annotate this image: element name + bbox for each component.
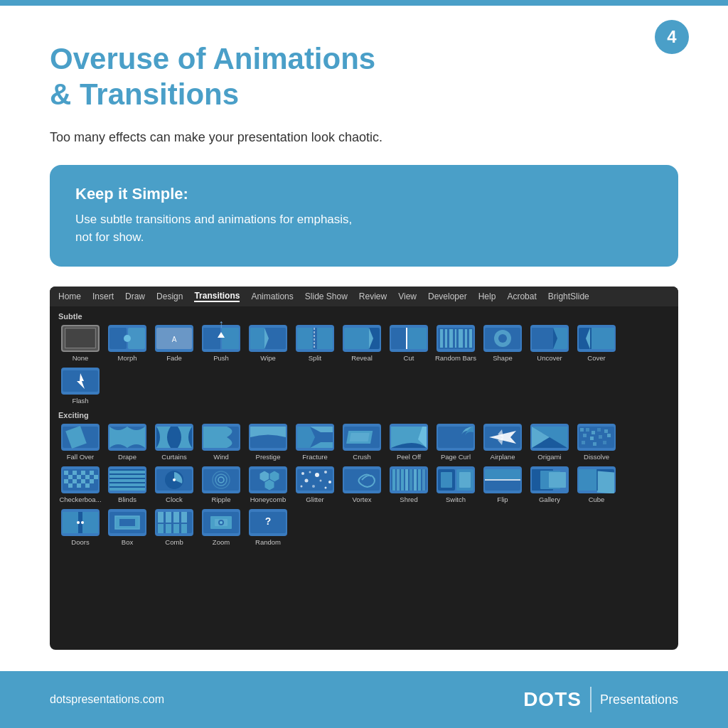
svg-point-108 [301, 472, 304, 475]
transition-flash[interactable]: Flash [58, 368, 102, 405]
subtitle-text: Too many effects can make your presentat… [50, 130, 678, 145]
transition-fade[interactable]: A Fade [152, 325, 196, 362]
brand-name: DOTS [523, 688, 582, 711]
svg-point-3 [124, 335, 131, 342]
transition-glitter-label: Glitter [306, 496, 323, 503]
svg-rect-88 [77, 483, 81, 488]
transition-wipe[interactable]: Wipe [246, 325, 290, 362]
transition-blinds[interactable]: Blinds [105, 466, 149, 503]
transition-cut[interactable]: Cut [387, 325, 431, 362]
svg-rect-72 [593, 442, 596, 446]
transition-shape[interactable]: Shape [481, 325, 525, 362]
svg-rect-27 [455, 329, 456, 348]
transition-doors[interactable]: Doors [58, 509, 102, 546]
menu-developer[interactable]: Developer [428, 291, 467, 301]
transition-split-label: Split [309, 354, 321, 362]
transition-push[interactable]: ↑ Push [199, 325, 243, 362]
transition-cube-label: Cube [589, 496, 605, 503]
transition-peel-off-label: Peel Off [397, 453, 421, 461]
transition-dissolve-label: Dissolve [584, 453, 609, 461]
transition-peel-off[interactable]: Peel Off [387, 424, 431, 461]
menu-transitions[interactable]: Transitions [194, 291, 240, 302]
svg-point-33 [498, 334, 507, 343]
svg-rect-18 [344, 328, 369, 349]
menu-review[interactable]: Review [359, 291, 387, 301]
transition-switch[interactable]: Switch [434, 466, 478, 503]
svg-rect-54 [350, 433, 370, 441]
transition-morph-label: Morph [118, 354, 137, 362]
transition-shred[interactable]: Shred [387, 466, 431, 503]
menu-view[interactable]: View [398, 291, 417, 301]
svg-rect-119 [391, 469, 427, 491]
svg-rect-92 [109, 475, 145, 478]
transition-none[interactable]: None [58, 325, 102, 362]
svg-rect-77 [81, 471, 85, 475]
transition-comb[interactable]: Comb [152, 509, 196, 546]
transition-airplane[interactable]: Airplane [481, 424, 525, 461]
transition-glitter[interactable]: Glitter [293, 466, 337, 503]
transition-fall-over[interactable]: Fall Over [58, 424, 102, 461]
transition-crush[interactable]: Crush [340, 424, 384, 461]
svg-rect-130 [441, 472, 452, 488]
top-bar [0, 0, 728, 6]
menu-slideshow[interactable]: Slide Show [305, 291, 348, 301]
svg-rect-87 [68, 483, 73, 488]
transition-cover[interactable]: Cover [574, 325, 619, 362]
transition-ripple[interactable]: Ripple [199, 466, 243, 503]
transition-fracture[interactable]: Fracture [293, 424, 337, 461]
svg-rect-149 [119, 519, 135, 526]
transition-page-curl[interactable]: Page Curl [434, 424, 478, 461]
transition-wind[interactable]: Wind [199, 424, 243, 461]
transition-cut-label: Cut [404, 354, 414, 362]
transition-reveal[interactable]: Reveal [340, 325, 384, 362]
transition-vortex[interactable]: Vortex [340, 466, 384, 503]
transition-checkerboard[interactable]: Checkerboa... [58, 466, 102, 503]
svg-rect-81 [85, 475, 90, 479]
transition-clock[interactable]: Clock [152, 466, 196, 503]
page-number-badge: 4 [655, 20, 689, 54]
menu-animations[interactable]: Animations [251, 291, 293, 301]
transition-random-bars[interactable]: Random Bars [434, 325, 478, 362]
transition-flip[interactable]: Flip [481, 466, 525, 503]
menu-insert[interactable]: Insert [92, 291, 114, 301]
transition-dissolve[interactable]: Dissolve [574, 424, 619, 461]
menu-draw[interactable]: Draw [125, 291, 145, 301]
menu-acrobat[interactable]: Acrobat [507, 291, 536, 301]
svg-rect-24 [440, 329, 443, 348]
transition-split[interactable]: Split [293, 325, 337, 362]
transition-gallery[interactable]: Gallery [528, 466, 572, 503]
transition-cube[interactable]: Cube [574, 466, 619, 503]
transition-prestige[interactable]: Prestige [246, 424, 290, 461]
transition-reveal-label: Reveal [351, 354, 373, 362]
transition-box[interactable]: Box [105, 509, 149, 546]
page: 4 Overuse of Animations & Transitions To… [0, 0, 728, 728]
svg-rect-78 [90, 471, 94, 475]
menu-brightslide[interactable]: BrightSlide [548, 291, 589, 301]
transition-honeycomb[interactable]: Honeycomb [246, 466, 290, 503]
transition-zoom[interactable]: Zoom [199, 509, 243, 546]
transition-random[interactable]: ? Random [246, 509, 290, 546]
footer-url: dotspresentations.com [50, 693, 164, 706]
transition-shred-label: Shred [400, 496, 417, 503]
transition-uncover[interactable]: Uncover [528, 325, 572, 362]
svg-point-116 [312, 485, 315, 488]
transition-drape[interactable]: Drape [105, 424, 149, 461]
info-box-text: Use subtle transitions and animations fo… [75, 210, 653, 247]
menu-design[interactable]: Design [156, 291, 183, 301]
svg-rect-151 [158, 512, 164, 523]
transition-clock-label: Clock [166, 496, 183, 503]
transition-doors-label: Doors [71, 538, 89, 546]
svg-rect-126 [418, 469, 421, 491]
menu-help[interactable]: Help [478, 291, 496, 301]
transition-origami[interactable]: Origami [528, 424, 572, 461]
menu-home[interactable]: Home [58, 291, 81, 301]
exciting-grid: Fall Over Drape [58, 424, 670, 461]
svg-rect-144 [82, 512, 98, 533]
svg-rect-91 [109, 471, 145, 473]
svg-point-109 [309, 471, 311, 473]
transition-zoom-label: Zoom [213, 538, 230, 546]
transition-fracture-label: Fracture [302, 453, 327, 461]
transition-morph[interactable]: Morph [105, 325, 149, 362]
svg-point-110 [315, 473, 319, 477]
transition-curtains[interactable]: Curtains [152, 424, 196, 461]
